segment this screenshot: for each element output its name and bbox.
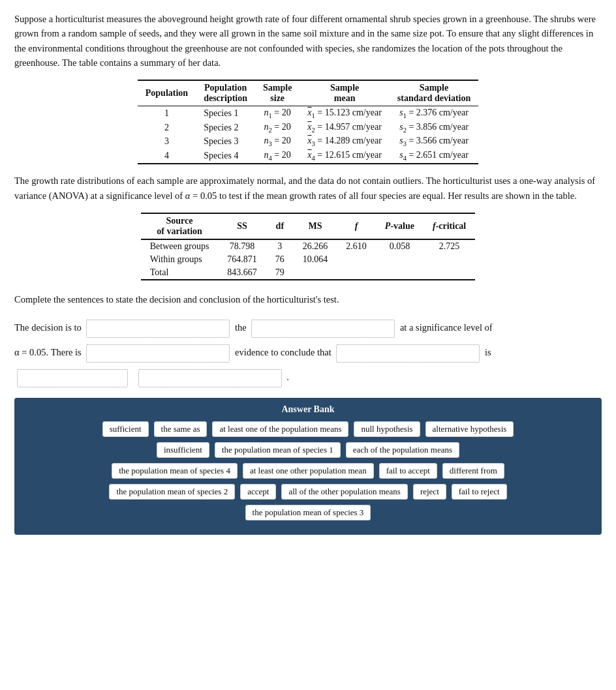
desc-3: Species 3 <box>196 134 255 149</box>
answer-bank: Answer Bank sufficient the same as at le… <box>14 398 602 535</box>
anova-col-f: f <box>337 213 376 239</box>
chip-pop-mean-species-4[interactable]: the population mean of species 4 <box>112 463 238 479</box>
chip-null-hypothesis[interactable]: null hypothesis <box>354 421 420 437</box>
blank-6[interactable] <box>138 369 282 387</box>
anova-f-within <box>337 253 376 266</box>
line1-post: at a significance level of <box>400 322 493 333</box>
anova-ms-between: 26.266 <box>294 239 337 253</box>
pop-2: 2 <box>138 121 196 135</box>
anova-fcrit-within <box>424 253 475 266</box>
answer-bank-row-4: the population mean of species 2 accept … <box>23 484 593 500</box>
col-header-sample-size: Samplesize <box>255 80 300 106</box>
anova-ss-total: 843.667 <box>218 266 266 280</box>
blank-4[interactable] <box>336 344 480 363</box>
anova-row-total: Total 843.667 79 <box>141 266 476 280</box>
blank-1[interactable] <box>86 320 230 338</box>
sentence-line1: The decision is to the at a significance… <box>14 320 602 338</box>
anova-f-between: 2.610 <box>337 239 376 253</box>
chip-the-same-as[interactable]: the same as <box>154 421 208 437</box>
desc-1: Species 1 <box>196 106 255 120</box>
line2-post: is <box>485 347 491 357</box>
mean-1: x1 = 15.123 cm/year <box>300 106 389 120</box>
line1-the: the <box>235 322 247 333</box>
sentence-line3: . <box>14 369 602 387</box>
line1-pre: The decision is to <box>14 322 82 333</box>
anova-col-fcrit: f-critical <box>424 213 475 239</box>
chip-pop-mean-species-2[interactable]: the population mean of species 2 <box>109 484 235 500</box>
mean-4: x4 = 12.615 cm/year <box>300 149 389 164</box>
anova-source-within: Within groups <box>141 253 219 266</box>
blank-2[interactable] <box>251 320 395 338</box>
data-table: Population Populationdescription Samples… <box>138 80 478 164</box>
anova-ss-between: 78.798 <box>218 239 266 253</box>
data-table-wrapper: Population Populationdescription Samples… <box>14 80 602 164</box>
anova-ms-within: 10.064 <box>294 253 337 266</box>
anova-df-total: 79 <box>266 266 294 280</box>
chip-sufficient[interactable]: sufficient <box>102 421 149 437</box>
table-row: 1 Species 1 n1 = 20 x1 = 15.123 cm/year … <box>138 106 478 120</box>
n-1: n1 = 20 <box>255 106 300 120</box>
anova-col-pval: P-value <box>376 213 424 239</box>
col-header-description: Populationdescription <box>196 80 255 106</box>
col-header-sample-mean: Samplemean <box>300 80 389 106</box>
anova-table-wrapper: Sourceof variation SS df MS f P-value f-… <box>14 213 602 280</box>
anova-pval-within <box>376 253 424 266</box>
answer-bank-title: Answer Bank <box>23 404 593 415</box>
chip-insufficient[interactable]: insufficient <box>157 442 209 458</box>
line3-period: . <box>286 372 289 382</box>
anova-df-within: 76 <box>266 253 294 266</box>
blank-5[interactable] <box>17 369 128 387</box>
answer-bank-row-3: the population mean of species 4 at leas… <box>23 463 593 479</box>
n-3: n3 = 20 <box>255 134 300 149</box>
blank-3[interactable] <box>86 344 230 363</box>
chip-alternative-hypothesis[interactable]: alternative hypothesis <box>425 421 514 437</box>
table-row: 3 Species 3 n3 = 20 x3 = 14.289 cm/year … <box>138 134 478 149</box>
prompt-text: Complete the sentences to state the deci… <box>14 292 602 307</box>
chip-at-least-one-pop-means[interactable]: at least one of the population means <box>212 421 348 437</box>
pop-3: 3 <box>138 134 196 149</box>
sd-2: s2 = 3.856 cm/year <box>390 121 478 135</box>
chip-accept[interactable]: accept <box>240 484 276 500</box>
table-row: 2 Species 2 n2 = 20 x2 = 14.957 cm/year … <box>138 121 478 135</box>
line2-mid: evidence to conclude that <box>235 347 331 357</box>
mean-3: x3 = 14.289 cm/year <box>300 134 389 149</box>
desc-4: Species 4 <box>196 149 255 164</box>
n-2: n2 = 20 <box>255 121 300 135</box>
chip-pop-mean-species-3[interactable]: the population mean of species 3 <box>245 505 371 520</box>
line2-pre: α = 0.05. There is <box>14 347 82 357</box>
anova-fcrit-total <box>424 266 475 280</box>
col-header-population: Population <box>138 80 196 106</box>
anova-col-source: Sourceof variation <box>141 213 219 239</box>
anova-f-total <box>337 266 376 280</box>
chip-different-from[interactable]: different from <box>442 463 504 479</box>
table-row: 4 Species 4 n4 = 20 x4 = 12.615 cm/year … <box>138 149 478 164</box>
anova-df-between: 3 <box>266 239 294 253</box>
description-paragraph: The growth rate distributions of each sa… <box>14 173 602 203</box>
chip-at-least-one-other-pop-mean[interactable]: at least one other population mean <box>243 463 374 479</box>
anova-row-between: Between groups 78.798 3 26.266 2.610 0.0… <box>141 239 476 253</box>
sd-1: s1 = 2.376 cm/year <box>390 106 478 120</box>
pop-1: 1 <box>138 106 196 120</box>
anova-pval-between: 0.058 <box>376 239 424 253</box>
chip-pop-mean-species-1[interactable]: the population mean of species 1 <box>215 442 341 458</box>
anova-ms-total <box>294 266 337 280</box>
anova-ss-within: 764.871 <box>218 253 266 266</box>
anova-fcrit-between: 2.725 <box>424 239 475 253</box>
answer-bank-row-1: sufficient the same as at least one of t… <box>23 421 593 437</box>
anova-table: Sourceof variation SS df MS f P-value f-… <box>141 213 476 280</box>
sd-3: s3 = 3.566 cm/year <box>390 134 478 149</box>
col-header-sample-sd: Samplestandard deviation <box>390 80 478 106</box>
anova-row-within: Within groups 764.871 76 10.064 <box>141 253 476 266</box>
anova-col-ss: SS <box>218 213 266 239</box>
anova-source-between: Between groups <box>141 239 219 253</box>
chip-each-pop-means[interactable]: each of the population means <box>346 442 459 458</box>
anova-col-df: df <box>266 213 294 239</box>
chip-all-other-pop-means[interactable]: all of the other population means <box>281 484 407 500</box>
sentence-section: The decision is to the at a significance… <box>14 320 602 387</box>
mean-2: x2 = 14.957 cm/year <box>300 121 389 135</box>
chip-fail-to-reject[interactable]: fail to reject <box>452 484 507 500</box>
anova-pval-total <box>376 266 424 280</box>
chip-reject[interactable]: reject <box>413 484 446 500</box>
n-4: n4 = 20 <box>255 149 300 164</box>
chip-fail-to-accept[interactable]: fail to accept <box>379 463 437 479</box>
